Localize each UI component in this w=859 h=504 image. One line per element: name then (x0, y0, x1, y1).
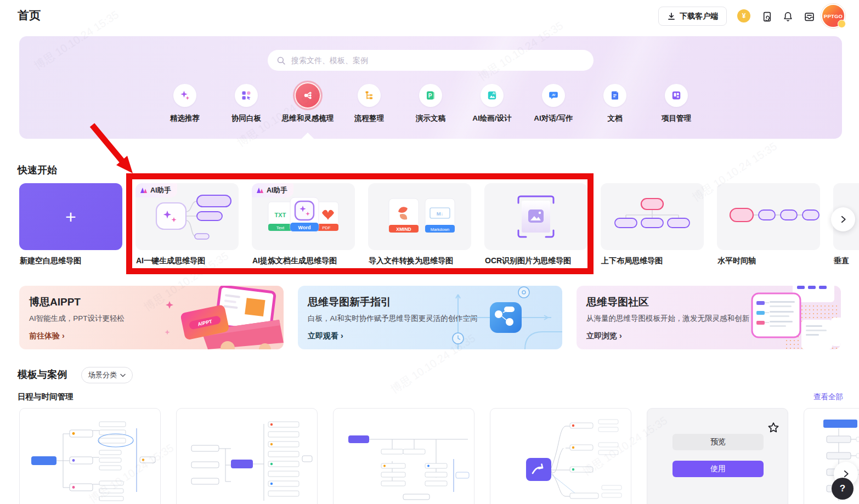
avatar-text: PPTGO (824, 13, 843, 19)
tree-layout-illustration (601, 183, 704, 250)
svg-text:AI: AI (551, 93, 555, 97)
avatar[interactable]: PPTGO (821, 4, 845, 28)
tree-layout-mindmap-card[interactable] (601, 183, 704, 250)
template-thumbnail (180, 413, 313, 504)
use-button[interactable]: 使用 (672, 461, 764, 477)
template-thumbnail (24, 413, 156, 504)
chevron-down-icon (120, 373, 126, 377)
help-button[interactable]: ? (832, 478, 854, 500)
quick-start-heading: 快速开始 (18, 163, 57, 177)
guide-illustration (442, 286, 562, 349)
ai-generate-mindmap-card[interactable]: AI助手 (135, 183, 239, 250)
import-file-to-mindmap-card[interactable]: XMIND M↓ Markdown (368, 183, 471, 250)
category-ai-chat[interactable]: AI AI对话/写作 (519, 84, 587, 123)
promo-community-link[interactable]: 立即浏览 › (586, 331, 622, 341)
new-blank-mindmap-card[interactable]: + (19, 183, 122, 250)
quick-card-ocr: OCR识别图片为思维导图 (484, 183, 587, 271)
plus-icon: + (65, 207, 76, 226)
view-all-link[interactable]: 查看全部 (813, 392, 843, 402)
sparkles-icon (173, 84, 196, 107)
quick-card-timeline: 水平时间轴 (717, 183, 820, 271)
avatar-vip-badge (838, 20, 846, 28)
category-flowchart[interactable]: 流程整理 (335, 84, 403, 123)
template-card[interactable] (490, 408, 631, 504)
hero-banner: 精选推荐 协同白板 (19, 36, 842, 139)
promo-guide[interactable]: 思维导图新手指引 白板，AI和实时协作赋予思维导图更灵活的创作空间 立即观看 › (298, 286, 562, 349)
svg-text:Word: Word (298, 225, 311, 230)
quick-card-ai-generate: AI助手 AI一键生成思维导图 (135, 183, 239, 271)
download-icon (667, 12, 676, 21)
ocr-image-to-mindmap-card[interactable] (484, 183, 587, 250)
ai-logo-icon (140, 187, 148, 194)
category-featured[interactable]: 精选推荐 (151, 84, 219, 123)
quick-start-next-button[interactable] (831, 207, 855, 231)
svg-text:Markdown: Markdown (431, 227, 450, 232)
timeline-illustration (717, 183, 820, 250)
category-mindmap[interactable]: 思维和灵感梳理 (274, 84, 342, 123)
search-box[interactable] (268, 50, 594, 71)
download-label: 下载客户端 (680, 12, 718, 21)
category-slides[interactable]: P 演示文稿 (397, 84, 465, 123)
favorite-star-icon[interactable] (767, 422, 779, 434)
category-whiteboard[interactable]: 协同白板 (212, 84, 280, 123)
svg-text:PDF: PDF (323, 225, 331, 230)
community-illustration (720, 286, 841, 349)
category-project[interactable]: 项目管理 (642, 84, 710, 123)
document-icon (603, 84, 626, 107)
ai-assistant-badge: AI助手 (252, 183, 293, 197)
horizontal-timeline-card[interactable] (717, 183, 820, 250)
ai-image-icon: AI (481, 84, 504, 107)
template-thumbnail (337, 413, 470, 504)
scene-filter-dropdown[interactable]: 场景分类 (81, 367, 133, 383)
annotation-arrow-head (116, 156, 133, 173)
inbox-icon[interactable] (803, 10, 815, 22)
promo-aippt-link[interactable]: 前往体验 › (29, 331, 65, 341)
page-title: 首页 (18, 8, 41, 23)
quick-card-import-file: XMIND M↓ Markdown 导入文件转换为思维导图 (368, 183, 471, 271)
preview-button[interactable]: 预览 (672, 434, 764, 450)
promo-community[interactable]: 思维导图社区 从海量的思维导图模板开始，激发无限灵感和创新 立即浏览 › (577, 286, 841, 349)
template-card[interactable] (176, 408, 318, 504)
ocr-scan-illustration (484, 183, 587, 250)
svg-text:Text: Text (276, 225, 285, 230)
presentation-icon: P (419, 84, 442, 107)
flowchart-icon (358, 84, 381, 107)
template-card[interactable] (19, 408, 161, 504)
import-files-illustration: XMIND M↓ Markdown (368, 183, 471, 250)
home-page: 博思 10.10.24 15:35 博思 10.10.24 15:35 博思 1… (0, 0, 859, 504)
svg-text:XMIND: XMIND (396, 226, 411, 232)
search-input[interactable] (291, 56, 585, 65)
category-ai-design[interactable]: AI AI绘画/设计 (458, 84, 526, 123)
quick-card-tree-layout: 上下布局思维导图 (601, 183, 704, 271)
ai-doc-to-mindmap-card[interactable]: AI助手 TXT Text PDF Word (252, 183, 355, 250)
quick-card-new-blank: + 新建空白思维导图 (19, 183, 122, 271)
promo-aippt[interactable]: 博思AIPPT AI智能生成，PPT设计更轻松 前往体验 › AIPPT (19, 286, 284, 349)
svg-text:M↓: M↓ (437, 211, 444, 217)
doc-link-icon[interactable] (761, 10, 773, 22)
promo-guide-link[interactable]: 立即观看 › (308, 331, 343, 341)
mindmap-icon (295, 82, 321, 109)
template-card[interactable] (333, 408, 474, 504)
whiteboard-icon (235, 84, 258, 107)
quick-card-ai-doc: AI助手 TXT Text PDF Word AI提炼文档生成思维导图 (252, 183, 355, 271)
category-docs[interactable]: 文档 (581, 84, 649, 123)
templates-heading: 模板与案例 (18, 368, 67, 381)
svg-text:P: P (428, 93, 432, 99)
ai-logo-icon (256, 187, 264, 194)
template-row-title: 日程与时间管理 (18, 392, 74, 402)
coin-icon[interactable]: ¥ (737, 9, 750, 22)
template-card-hovered[interactable]: 预览 使用 (647, 408, 788, 504)
svg-text:AI: AI (491, 92, 495, 95)
ai-chat-icon: AI (542, 84, 565, 107)
kanban-icon (665, 84, 688, 107)
download-client-button[interactable]: 下载客户端 (658, 7, 727, 26)
search-icon (276, 56, 286, 65)
ai-assistant-badge: AI助手 (135, 183, 177, 197)
svg-text:TXT: TXT (275, 212, 286, 218)
bell-icon[interactable] (782, 10, 794, 22)
aippt-illustration: AIPPT (163, 286, 284, 349)
template-thumbnail (494, 413, 627, 504)
chevron-right-icon (838, 214, 848, 224)
